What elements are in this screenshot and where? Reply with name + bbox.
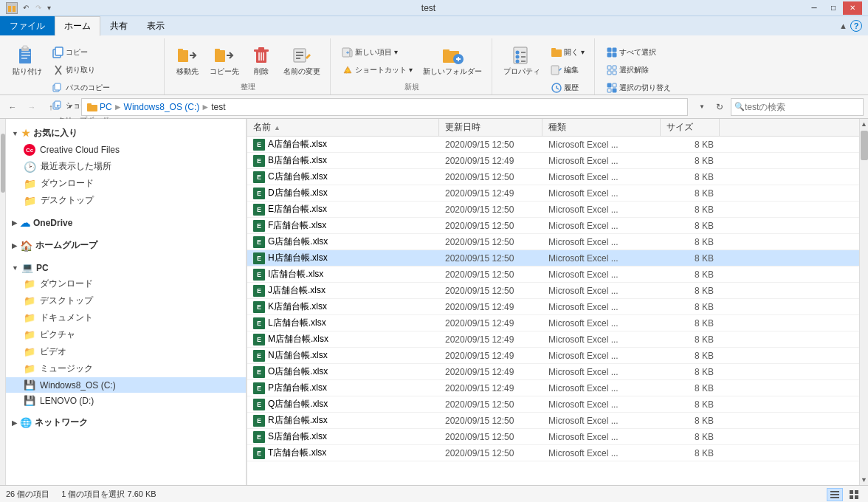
table-row[interactable]: E A店舗台帳.xlsx 2020/09/15 12:50 Microsoft …: [247, 137, 859, 153]
shortcut-icon: ⚡: [342, 64, 354, 76]
scrollbar-thumb: [861, 131, 868, 160]
sidebar-item-pc-downloads[interactable]: 📁 ダウンロード: [6, 275, 246, 292]
delete-button[interactable]: 削除: [246, 41, 277, 78]
history-button[interactable]: 履歴: [547, 80, 588, 96]
sidebar-item-documents[interactable]: 📁 ドキュメント: [6, 309, 246, 326]
restore-button[interactable]: □: [824, 1, 843, 15]
svg-rect-56: [613, 53, 616, 57]
new-item-button[interactable]: + 新しい項目 ▾: [338, 44, 416, 61]
edit-button[interactable]: 編集: [547, 62, 588, 78]
tab-share[interactable]: 共有: [100, 16, 137, 35]
homegroup-header[interactable]: ▶ 🏠 ホームグループ: [6, 237, 246, 254]
sidebar-item-music[interactable]: 📁 ミュージック: [6, 360, 246, 377]
desktop-label: デスクトップ: [41, 194, 94, 207]
shortcut-button[interactable]: ⚡ ショートカット ▾: [338, 62, 416, 78]
table-row[interactable]: E O店舗台帳.xlsx 2020/09/15 12:49 Microsoft …: [247, 364, 859, 380]
onedrive-header[interactable]: ▶ ☁ OneDrive: [6, 215, 246, 231]
pc-header[interactable]: ▼ 💻 PC: [6, 260, 246, 275]
table-row[interactable]: E R店舗台帳.xlsx 2020/09/15 12:50 Microsoft …: [247, 413, 859, 429]
undo-btn[interactable]: ↶: [21, 2, 31, 13]
rename-button[interactable]: 名前の変更: [280, 41, 324, 78]
ribbon-help-btn[interactable]: ?: [850, 20, 862, 32]
properties-button[interactable]: プロパティ: [500, 41, 544, 78]
table-row[interactable]: E L店舗台帳.xlsx 2020/09/15 12:49 Microsoft …: [247, 315, 859, 331]
svg-rect-65: [87, 105, 97, 111]
ribbon-controls: ▲ ?: [833, 16, 868, 35]
address-dropdown-button[interactable]: ▼: [694, 99, 710, 115]
file-cell-date: 2020/09/15 12:50: [439, 204, 542, 215]
col-header-name[interactable]: 名前 ▲: [247, 119, 439, 136]
search-input[interactable]: [745, 102, 860, 112]
invert-selection-button[interactable]: 選択の切り替え: [602, 80, 675, 96]
detail-view-button[interactable]: [827, 488, 843, 501]
breadcrumb-pc[interactable]: PC: [100, 102, 112, 112]
sidebar-item-downloads[interactable]: 📁 ダウンロード: [6, 175, 246, 192]
sidebar-scrollbar[interactable]: [0, 119, 6, 485]
table-row[interactable]: E I店舗台帳.xlsx 2020/09/15 12:50 Microsoft …: [247, 267, 859, 283]
network-header[interactable]: ▶ 🌐 ネットワーク: [6, 414, 246, 431]
sidebar-item-pictures[interactable]: 📁 ピクチャ: [6, 326, 246, 343]
sidebar-item-pc-desktop[interactable]: 📁 デスクトップ: [6, 292, 246, 309]
select-none-button[interactable]: 選択解除: [602, 62, 675, 78]
table-row[interactable]: E P店舗台帳.xlsx 2020/09/15 12:49 Microsoft …: [247, 380, 859, 396]
new-folder-button[interactable]: 新しいフォルダー: [419, 41, 486, 78]
tab-file[interactable]: ファイル: [0, 16, 55, 35]
table-row[interactable]: E S店舗台帳.xlsx 2020/09/15 12:50 Microsoft …: [247, 429, 859, 445]
table-row[interactable]: E B店舗台帳.xlsx 2020/09/15 12:49 Microsoft …: [247, 153, 859, 169]
table-row[interactable]: E T店舗台帳.xlsx 2020/09/15 12:50 Microsoft …: [247, 445, 859, 461]
forward-button[interactable]: →: [24, 99, 40, 115]
sidebar-item-desktop[interactable]: 📁 デスクトップ: [6, 192, 246, 209]
minimize-button[interactable]: ─: [805, 1, 824, 15]
refresh-button[interactable]: ↻: [712, 99, 728, 115]
large-icon-view-button[interactable]: [846, 488, 862, 501]
tab-home[interactable]: ホーム: [55, 16, 100, 36]
move-button[interactable]: 移動先: [172, 41, 203, 78]
table-row[interactable]: E Q店舗台帳.xlsx 2020/09/15 12:50 Microsoft …: [247, 396, 859, 413]
col-header-date[interactable]: 更新日時: [439, 119, 542, 136]
open-button[interactable]: 開く ▾: [547, 44, 588, 61]
favorites-header[interactable]: ▼ ★ お気に入り: [6, 125, 246, 142]
up-button[interactable]: ↑: [43, 99, 59, 115]
scrollbar-up-btn[interactable]: ▲: [861, 119, 868, 128]
recent-locations-button[interactable]: ▼: [62, 99, 78, 115]
sidebar-item-d-drive[interactable]: 💾 LENOVO (D:): [6, 393, 246, 408]
file-list-scrollbar[interactable]: ▲ ▼: [859, 119, 868, 485]
table-row[interactable]: E H店舗台帳.xlsx 2020/09/15 12:50 Microsoft …: [247, 250, 859, 267]
table-row[interactable]: E F店舗台帳.xlsx 2020/09/15 12:50 Microsoft …: [247, 218, 859, 234]
redo-btn[interactable]: ↷: [33, 2, 44, 13]
select-all-button[interactable]: すべて選択: [602, 44, 675, 61]
table-row[interactable]: E E店舗台帳.xlsx 2020/09/15 12:50 Microsoft …: [247, 202, 859, 218]
svg-rect-69: [830, 497, 839, 498]
copy-to-button[interactable]: コピー先: [206, 41, 243, 78]
table-row[interactable]: E C店舗台帳.xlsx 2020/09/15 12:50 Microsoft …: [247, 169, 859, 185]
file-cell-date: 2020/09/15 12:50: [439, 432, 542, 442]
scrollbar-down-btn[interactable]: ▼: [861, 476, 868, 485]
col-header-size[interactable]: サイズ: [661, 119, 720, 136]
table-row[interactable]: E K店舗台帳.xlsx 2020/09/15 12:49 Microsoft …: [247, 299, 859, 315]
table-row[interactable]: E N店舗台帳.xlsx 2020/09/15 12:49 Microsoft …: [247, 348, 859, 364]
sidebar-item-recent[interactable]: 🕑 最近表示した場所: [6, 158, 246, 175]
back-button[interactable]: ←: [4, 99, 21, 115]
table-row[interactable]: E G店舗台帳.xlsx 2020/09/15 12:50 Microsoft …: [247, 234, 859, 250]
close-button[interactable]: ✕: [843, 1, 862, 15]
col-header-type[interactable]: 種類: [542, 119, 661, 136]
sidebar-item-creative-cloud[interactable]: Cc Creative Cloud Files: [6, 142, 246, 158]
tab-view[interactable]: 表示: [137, 16, 174, 35]
file-cell-type: Microsoft Excel ...: [542, 269, 661, 280]
file-cell-type: Microsoft Excel ...: [542, 318, 661, 329]
ribbon-collapse-btn[interactable]: ▲: [839, 21, 847, 30]
sidebar-item-videos[interactable]: 📁 ビデオ: [6, 343, 246, 360]
cut-button[interactable]: 切り取り: [49, 62, 158, 78]
table-row[interactable]: E J店舗台帳.xlsx 2020/09/15 12:50 Microsoft …: [247, 283, 859, 299]
table-row[interactable]: E D店舗台帳.xlsx 2020/09/15 12:49 Microsoft …: [247, 185, 859, 202]
copy-button[interactable]: コピー: [49, 44, 158, 61]
sidebar-item-c-drive[interactable]: 💾 Windows8_OS (C:): [6, 377, 246, 393]
paste-button[interactable]: 貼り付け: [9, 41, 46, 78]
path-copy-button[interactable]: パスのコピー: [49, 80, 158, 96]
downloads-icon: 📁: [24, 178, 36, 190]
customize-btn[interactable]: ▾: [46, 3, 52, 13]
table-row[interactable]: E M店舗台帳.xlsx 2020/09/15 12:49 Microsoft …: [247, 331, 859, 348]
svg-rect-0: [8, 6, 11, 9]
breadcrumb-drive[interactable]: Windows8_OS (C:): [124, 102, 200, 112]
homegroup-icon: 🏠: [20, 240, 32, 252]
